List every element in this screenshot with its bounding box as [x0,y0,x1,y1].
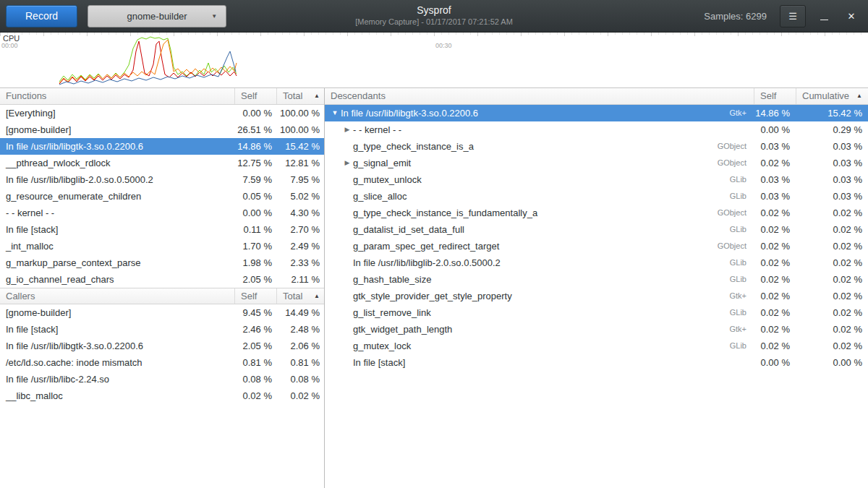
table-row[interactable]: ▶g_signal_emitGObject0.02 %0.03 % [325,155,868,171]
function-name-cell: - - kernel - - [0,205,234,221]
functions-self-column-header[interactable]: Self [234,88,276,104]
cumulative-value-cell: 0.03 % [796,171,868,188]
function-name-cell: In file /usr/lib/libgtk-3.so.0.2200.6 [0,138,234,155]
self-value-cell: 0.02 % [754,254,796,271]
descendants-column-header[interactable]: Descendants [325,88,754,104]
table-row[interactable]: In file /usr/lib/libc-2.24.so0.08 %0.08 … [0,371,324,388]
descendant-name-cell: gtk_widget_path_length [325,321,729,338]
descendant-name-cell: g_mutex_lock [325,338,730,354]
table-row[interactable]: [Everything]0.00 %100.00 % [0,105,324,121]
descendants-cumulative-column-header[interactable]: Cumulative ▲ [796,88,868,104]
process-selector-dropdown[interactable]: gnome-builder ▼ [88,5,226,27]
table-row[interactable]: ▼In file /usr/lib/libgtk-3.so.0.2200.6Gt… [325,105,868,121]
total-value-cell: 4.30 % [276,205,324,221]
table-row[interactable]: __pthread_rwlock_rdlock12.75 %12.81 % [0,155,324,171]
self-value-cell: 0.81 % [234,354,276,371]
function-name-cell: In file /usr/lib/libgtk-3.so.0.2200.6 [0,338,234,354]
library-tag: GLib [730,254,754,271]
minimize-icon [820,20,828,20]
cumulative-value-cell: 0.29 % [796,121,868,138]
descendant-name-cell: g_param_spec_get_redirect_target [325,238,718,254]
self-value-cell: 0.02 % [754,238,796,254]
expander-expanded-icon[interactable]: ▼ [329,105,341,121]
cumulative-value-cell: 0.02 % [796,254,868,271]
library-tag: GObject [718,238,754,254]
table-row[interactable]: [gnome-builder]26.51 %100.00 % [0,121,324,138]
table-row[interactable]: g_param_spec_get_redirect_targetGObject0… [325,238,868,254]
total-value-cell: 2.70 % [276,221,324,238]
self-value-cell: 14.86 % [754,105,796,121]
cumulative-value-cell: 0.02 % [796,221,868,238]
table-row[interactable]: [gnome-builder]9.45 %14.49 % [0,304,324,321]
table-row[interactable]: g_resource_enumerate_children0.05 %5.02 … [0,188,324,205]
table-row[interactable]: g_list_remove_linkGLib0.02 %0.02 % [325,304,868,321]
self-value-cell: 9.45 % [234,304,276,321]
functions-table: [Everything]0.00 %100.00 %[gnome-builder… [0,105,324,288]
descendant-name-label: g_type_check_instance_is_a [353,138,474,155]
table-row[interactable]: g_io_channel_read_chars2.05 %2.11 % [0,271,324,288]
table-row[interactable]: gtk_style_provider_get_style_propertyGtk… [325,288,868,304]
descendant-name-label: g_signal_emit [353,155,411,171]
self-value-cell: 0.03 % [754,188,796,205]
time-label-mid: 00:30 [435,42,452,49]
library-tag: GLib [730,171,754,188]
table-row[interactable]: g_slice_allocGLib0.03 %0.03 % [325,188,868,205]
table-row[interactable]: g_hash_table_sizeGLib0.02 %0.02 % [325,271,868,288]
table-row[interactable]: g_mutex_unlockGLib0.03 %0.03 % [325,171,868,188]
self-value-cell: 0.00 % [234,105,276,121]
record-button[interactable]: Record [6,5,77,27]
table-row[interactable]: ▶- - kernel - -0.00 %0.29 % [325,121,868,138]
total-value-cell: 2.33 % [276,254,324,271]
sort-ascending-icon: ▲ [314,88,320,104]
total-value-cell: 2.49 % [276,238,324,254]
table-row[interactable]: gtk_widget_path_lengthGtk+0.02 %0.02 % [325,321,868,338]
table-row[interactable]: g_markup_parse_context_parse1.98 %2.33 % [0,254,324,271]
table-row[interactable]: g_datalist_id_set_data_fullGLib0.02 %0.0… [325,221,868,238]
table-row[interactable]: In file [stack]0.11 %2.70 % [0,221,324,238]
menu-button[interactable]: ☰ [780,5,806,27]
descendant-name-cell: g_mutex_unlock [325,171,730,188]
table-row[interactable]: __libc_malloc0.02 %0.02 % [0,388,324,404]
descendant-name-label: In file [stack] [353,354,405,371]
descendant-name-cell: In file [stack] [325,354,746,371]
self-value-cell: 2.05 % [234,338,276,354]
self-value-cell: 1.98 % [234,254,276,271]
close-button[interactable]: ✕ [842,6,861,27]
table-row[interactable]: In file /usr/lib/libgtk-3.so.0.2200.614.… [0,138,324,155]
self-value-cell: 0.02 % [754,288,796,304]
function-name-cell: g_markup_parse_context_parse [0,254,234,271]
table-row[interactable]: In file [stack]0.00 %0.00 % [325,354,868,371]
total-value-cell: 7.95 % [276,171,324,188]
function-name-cell: _int_malloc [0,238,234,254]
callers-self-column-header[interactable]: Self [234,288,276,304]
descendants-self-column-header[interactable]: Self [754,88,796,104]
cpu-graph[interactable]: CPU 00:00 00:30 [0,33,868,88]
callers-total-column-header[interactable]: Total ▲ [276,288,324,304]
table-row[interactable]: In file [stack]2.46 %2.48 % [0,321,324,338]
table-row[interactable]: In file /usr/lib/libglib-2.0.so.0.5000.2… [0,171,324,188]
minimize-button[interactable] [814,6,833,27]
functions-total-column-header[interactable]: Total ▲ [276,88,324,104]
expander-collapsed-icon[interactable]: ▶ [341,121,353,138]
expander-collapsed-icon[interactable]: ▶ [341,155,353,171]
table-row[interactable]: g_type_check_instance_is_fundamentally_a… [325,205,868,221]
self-value-cell: 0.02 % [754,205,796,221]
table-row[interactable]: In file /usr/lib/libglib-2.0.so.0.5000.2… [325,254,868,271]
table-row[interactable]: /etc/ld.so.cache: inode mismatch0.81 %0.… [0,354,324,371]
main-panes: Functions Self Total ▲ [Everything]0.00 … [0,88,868,488]
total-value-cell: 0.08 % [276,371,324,388]
descendant-name-cell: g_type_check_instance_is_a [325,138,718,155]
descendants-table-header: Descendants Self Cumulative ▲ [325,88,868,105]
cumulative-value-cell: 0.03 % [796,138,868,155]
library-tag: Gtk+ [729,321,754,338]
callers-column-header[interactable]: Callers [0,288,234,304]
table-row[interactable]: _int_malloc1.70 %2.49 % [0,238,324,254]
table-row[interactable]: g_type_check_instance_is_aGObject0.03 %0… [325,138,868,155]
functions-column-header[interactable]: Functions [0,88,234,104]
table-row[interactable]: g_mutex_lockGLib0.02 %0.02 % [325,338,868,354]
table-row[interactable]: In file /usr/lib/libgtk-3.so.0.2200.62.0… [0,338,324,354]
cpu-core-orange-line [59,40,237,83]
library-tag: Gtk+ [729,288,754,304]
table-row[interactable]: - - kernel - -0.00 %4.30 % [0,205,324,221]
descendants-cumulative-label: Cumulative [802,88,849,104]
